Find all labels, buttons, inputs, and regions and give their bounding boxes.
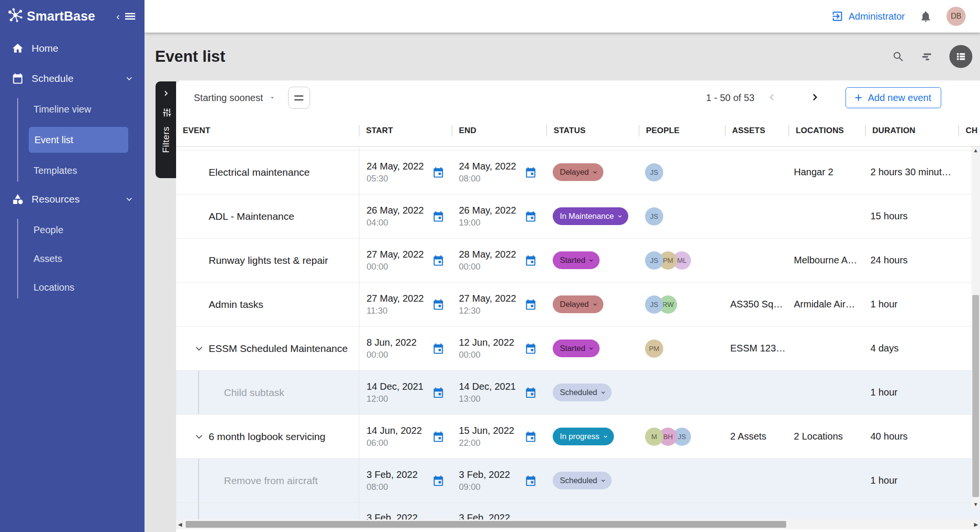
scroll-left-icon[interactable]: ◀ [178, 522, 182, 527]
timeline-view-toggle[interactable] [920, 50, 934, 64]
previous-page-button[interactable] [764, 90, 780, 106]
end-time: 09:00 [459, 482, 524, 492]
next-page-button[interactable] [807, 90, 823, 106]
calendar-picker-icon[interactable] [432, 475, 445, 487]
calendar-picker-icon[interactable] [432, 298, 445, 311]
event-name[interactable]: Child subtask [224, 387, 284, 398]
sort-dropdown[interactable]: Starting soonest [194, 92, 276, 103]
person-avatar[interactable]: JS [645, 295, 663, 314]
row-expander-icon[interactable] [193, 431, 205, 442]
vertical-scrollbar[interactable]: ▲ ▼ [971, 147, 980, 509]
sidebar-item-schedule[interactable]: Schedule [0, 68, 145, 90]
status-badge[interactable]: Scheduled [553, 472, 612, 489]
sidebar-item-event-list[interactable]: Event list [29, 127, 128, 153]
sidebar-item-timeline-view[interactable]: Timeline view [18, 98, 145, 120]
next-page-icon [809, 91, 821, 103]
column-header-start[interactable]: START [359, 115, 452, 146]
sidebar-item-templates[interactable]: Templates [18, 159, 145, 181]
start-time: 06:00 [367, 438, 432, 448]
calendar-picker-icon[interactable] [432, 166, 445, 179]
status-badge[interactable]: Started [553, 340, 600, 357]
start-date: 26 May, 2022 [367, 205, 432, 216]
sidebar-item-resources[interactable]: Resources [0, 188, 145, 210]
status-label: Delayed [560, 300, 589, 309]
event-name[interactable]: Electrical maintenance [209, 167, 310, 178]
event-name[interactable]: Admin tasks [209, 299, 263, 310]
calendar-picker-icon[interactable] [524, 298, 537, 311]
column-header-assets[interactable]: ASSETS [725, 115, 789, 146]
column-header-locations[interactable]: LOCATIONS [789, 115, 865, 146]
scroll-up-icon[interactable]: ▲ [973, 148, 979, 153]
calendar-picker-icon[interactable] [432, 430, 445, 443]
column-header-event[interactable]: EVENT [176, 115, 359, 146]
table-body: Electrical maintenance24 May, 202205:302… [176, 150, 980, 503]
event-name[interactable]: Runway lights test & repair [209, 255, 328, 266]
calendar-picker-icon[interactable] [524, 166, 537, 179]
person-avatar[interactable]: PM [645, 340, 663, 358]
person-avatar[interactable]: JS [645, 163, 663, 181]
column-header-people[interactable]: PEOPLE [639, 115, 725, 146]
calendar-picker-icon[interactable] [432, 342, 445, 355]
event-name[interactable]: Remove from aircraft [224, 475, 318, 487]
scroll-right-icon[interactable]: ▶ [974, 522, 978, 527]
user-avatar[interactable]: DB [947, 7, 966, 26]
status-badge[interactable]: Scheduled [553, 384, 612, 401]
filters-tab-label: Filters [161, 126, 171, 153]
tune-icon [162, 107, 172, 118]
menu-icon[interactable] [123, 10, 137, 23]
end-date: 12 Jun, 2022 [459, 337, 524, 348]
chevron-down-icon [591, 301, 599, 308]
person-avatar[interactable]: JS [645, 207, 663, 226]
calendar-picker-icon[interactable] [524, 210, 537, 223]
column-header-checklists[interactable]: CH [958, 115, 980, 146]
vertical-scrollbar-thumb[interactable] [972, 295, 979, 497]
calendar-picker-icon[interactable] [432, 386, 445, 399]
horizontal-scrollbar-thumb[interactable] [186, 521, 786, 528]
sidebar-item-locations[interactable]: Locations [18, 276, 145, 298]
event-name[interactable]: ESSM Scheduled Maintenance [209, 343, 348, 354]
person-avatar[interactable]: M [645, 428, 663, 446]
status-badge[interactable]: Delayed [553, 163, 603, 181]
administrator-link[interactable]: Administrator [831, 10, 905, 23]
sidebar-item-assets[interactable]: Assets [18, 248, 145, 270]
status-badge[interactable]: Started [553, 251, 600, 269]
calendar-picker-icon[interactable] [524, 475, 537, 487]
duration-cell: 1 hour [865, 283, 958, 326]
column-header-status[interactable]: STATUS [546, 115, 639, 146]
search-button[interactable] [892, 50, 905, 63]
start-time: 11:30 [367, 306, 432, 316]
administrator-label: Administrator [848, 11, 905, 22]
calendar-picker-icon[interactable] [432, 210, 445, 223]
end-time: 08:00 [459, 174, 524, 184]
status-badge[interactable]: In progress [553, 428, 614, 445]
filters-panel-tab[interactable]: Filters [156, 81, 176, 178]
status-label: Scheduled [560, 388, 597, 397]
calendar-picker-icon[interactable] [524, 254, 537, 267]
end-time: 00:00 [459, 350, 524, 360]
add-new-event-button[interactable]: Add new event [846, 87, 941, 108]
calendar-picker-icon[interactable] [524, 386, 537, 399]
table-header: EVENT START END STATUS PEOPLE ASSETS LOC… [176, 115, 980, 147]
column-header-duration[interactable]: DURATION [865, 115, 958, 146]
notifications-button[interactable] [919, 10, 932, 23]
list-view-toggle[interactable] [949, 45, 972, 68]
status-badge[interactable]: In Maintenance [553, 207, 628, 225]
column-header-end[interactable]: END [452, 115, 546, 146]
event-name[interactable]: ADL - Maintenance [209, 211, 294, 222]
event-name[interactable]: 6 month logbook servicing [209, 431, 325, 442]
row-expander-icon[interactable] [193, 343, 205, 354]
calendar-picker-icon[interactable] [524, 430, 537, 443]
scroll-down-icon[interactable]: ▼ [973, 502, 979, 507]
person-avatar[interactable]: JS [645, 251, 663, 270]
status-badge[interactable]: Delayed [553, 295, 603, 313]
assets-cell [725, 194, 789, 238]
density-toggle-button[interactable] [288, 87, 310, 109]
calendar-picker-icon[interactable] [524, 342, 537, 355]
collapse-icon[interactable]: ‹ [116, 11, 120, 21]
calendar-picker-icon[interactable] [432, 254, 445, 267]
start-time: 05:30 [367, 174, 432, 184]
end-time: 00:00 [459, 262, 524, 272]
sidebar-item-people[interactable]: People [18, 219, 145, 241]
horizontal-scrollbar[interactable]: ◀ ▶ [176, 520, 980, 529]
sidebar-item-home[interactable]: Home [0, 37, 145, 59]
